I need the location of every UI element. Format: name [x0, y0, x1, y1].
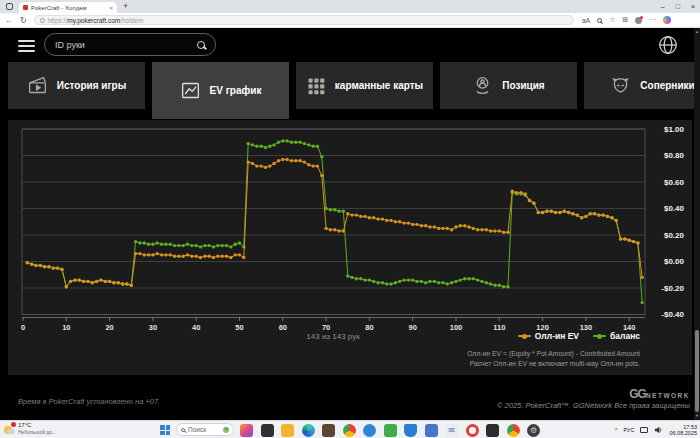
- workspaces-icon[interactable]: [6, 3, 13, 10]
- tab-label: карманные карты: [335, 80, 423, 91]
- svg-text:80: 80: [365, 323, 373, 332]
- edge-browser-icon[interactable]: [302, 424, 315, 437]
- ev-chart-panel: $1.00$0.80$0.60$0.40$0.20$0.00-$0.20-$0.…: [8, 120, 692, 375]
- url-text: https://my.pokercraft.com/holdem: [48, 17, 144, 24]
- opera-browser-icon[interactable]: [466, 424, 479, 437]
- defender-shield-icon[interactable]: [404, 424, 417, 437]
- screen: PokerCraft - Холдем × + – □ × ← ↻ https:…: [0, 0, 700, 438]
- search-placeholder: ID руки: [55, 40, 85, 50]
- tab-close-icon[interactable]: ×: [109, 5, 113, 11]
- browser-tab-title: PokerCraft - Холдем: [31, 5, 106, 11]
- refresh-icon[interactable]: ↻: [20, 16, 27, 25]
- collections-icon[interactable]: ⊞: [623, 16, 629, 24]
- more-menu-icon[interactable]: ⋯: [649, 16, 656, 24]
- browser-navbar: ← ↻ https://my.pokercraft.com/holdem aA …: [0, 13, 700, 28]
- ev-formula-note: Олл-ин EV = (Equity * Pot Amount) - Cont…: [467, 350, 640, 357]
- svg-text:$0.00: $0.00: [664, 257, 685, 266]
- taskbar-app-icon-5[interactable]: [425, 424, 438, 437]
- taskbar-search-placeholder: Поиск: [188, 426, 220, 433]
- network-monitor-icon[interactable]: [640, 427, 648, 433]
- taskbar-search-input[interactable]: Поиск: [176, 423, 234, 436]
- svg-text:$0.40: $0.40: [664, 204, 685, 213]
- mail-app-icon[interactable]: ✉: [445, 424, 458, 437]
- hand-id-search-input[interactable]: ID руки: [44, 33, 216, 56]
- tab-pocket-cards[interactable]: карманные карты: [296, 62, 433, 109]
- series-баланс: [26, 139, 644, 304]
- series-Олл-ин EV: [26, 158, 644, 289]
- file-explorer-icon[interactable]: [281, 424, 294, 437]
- chrome-secondary-icon[interactable]: [507, 424, 520, 437]
- opponents-mask-icon: [610, 75, 631, 96]
- tab-label: История игры: [57, 80, 126, 91]
- volume-icon[interactable]: [654, 426, 663, 434]
- ggnetwork-logo: GGNETWORK: [629, 384, 690, 402]
- svg-text:10: 10: [62, 323, 70, 332]
- system-tray: ^ РУС 17:53 06.08.2025: [615, 421, 697, 438]
- favorites-star-icon[interactable]: ☆: [609, 16, 615, 24]
- svg-text:70: 70: [322, 323, 330, 332]
- tab-label: EV график: [210, 85, 262, 96]
- profile-avatar[interactable]: [635, 17, 642, 24]
- svg-text:60: 60: [279, 323, 287, 332]
- copyright-text: © 2025. PokerCraft™. GGNetwork Все права…: [497, 401, 690, 410]
- taskbar-search-icon: [181, 428, 185, 432]
- notification-badge: [11, 422, 16, 427]
- browser-tabstrip: PokerCraft - Холдем × + – □ ×: [0, 0, 700, 13]
- tab-opponents[interactable]: Соперники: [584, 62, 700, 109]
- svg-text:110: 110: [493, 323, 505, 332]
- weather-condition: Небольшой до...: [18, 429, 56, 435]
- timezone-note: Время в PokerCraft установлено на +07.: [18, 397, 160, 406]
- legend-item-balance[interactable]: баланс: [593, 331, 640, 341]
- close-button[interactable]: ×: [691, 3, 695, 10]
- svg-text:0: 0: [21, 323, 25, 332]
- taskbar-app-icon-2[interactable]: [322, 424, 335, 437]
- ev-series-marker-icon: [518, 335, 531, 337]
- tab-ev-graph[interactable]: EV график: [152, 62, 289, 119]
- scrollbar-thumb[interactable]: [695, 330, 699, 412]
- tab-game-history[interactable]: История игры: [8, 62, 145, 109]
- minimize-button[interactable]: –: [661, 3, 665, 10]
- browser-tab[interactable]: PokerCraft - Холдем ×: [19, 2, 117, 13]
- scroll-up-icon[interactable]: ▲: [694, 29, 700, 34]
- zoom-icon[interactable]: [597, 18, 602, 23]
- svg-text:20: 20: [105, 323, 113, 332]
- language-globe-icon[interactable]: [657, 34, 679, 56]
- svg-text:40: 40: [192, 323, 200, 332]
- taskbar-app-icon-1[interactable]: [261, 424, 274, 437]
- site-info-icon[interactable]: [40, 18, 45, 23]
- window-controls: – □ ×: [661, 0, 695, 13]
- svg-text:90: 90: [409, 323, 417, 332]
- tray-date: 06.08.2025: [669, 430, 697, 437]
- address-bar[interactable]: https://my.pokercraft.com/holdem: [34, 15, 574, 25]
- language-indicator[interactable]: РУС: [623, 427, 634, 433]
- browser-toolbar-icons: aA ☆ ⊞ ⋯: [582, 16, 672, 24]
- taskbar-app-icon-4[interactable]: [384, 424, 397, 437]
- read-aloud-icon[interactable]: aA: [582, 17, 591, 24]
- search-icon[interactable]: [197, 41, 205, 49]
- windows-taskbar: 17°CНебольшой до... Поиск ✉⚙ ^ РУС 17:53…: [0, 420, 700, 438]
- gridlines: $1.00$0.80$0.60$0.40$0.20$0.00-$0.20-$0.…: [22, 125, 685, 319]
- windows-start-icon[interactable]: [160, 425, 170, 435]
- weather-widget[interactable]: 17°CНебольшой до...: [3, 422, 56, 435]
- clock[interactable]: 17:53 06.08.2025: [669, 424, 697, 437]
- copilot-icon[interactable]: [663, 16, 671, 24]
- widget-multicolor-icon[interactable]: [240, 424, 253, 437]
- weather-icon: [3, 423, 15, 435]
- taskbar-app-icon-6[interactable]: [486, 424, 499, 437]
- tab-position[interactable]: Позиция: [440, 62, 577, 109]
- svg-text:$0.20: $0.20: [664, 231, 685, 240]
- taskbar-app-icon-3[interactable]: [363, 424, 376, 437]
- chrome-browser-icon[interactable]: [343, 424, 356, 437]
- settings-gear-icon[interactable]: ⚙: [527, 424, 540, 437]
- maximize-button[interactable]: □: [676, 3, 680, 10]
- back-icon[interactable]: ←: [5, 16, 13, 25]
- new-tab-button[interactable]: +: [123, 1, 128, 11]
- ev-multiway-note: Расчет Олл-ин EV не включает multi-way О…: [470, 360, 640, 367]
- hamburger-menu-icon[interactable]: [18, 40, 35, 55]
- legend-item-ev[interactable]: Олл-ин EV: [518, 331, 579, 341]
- scroll-down-icon[interactable]: ▼: [694, 413, 700, 418]
- svg-text:$0.80: $0.80: [664, 151, 685, 160]
- page-scrollbar[interactable]: ▲ ▼: [694, 28, 700, 420]
- svg-text:-$0.40: -$0.40: [661, 310, 684, 319]
- tray-chevron-icon[interactable]: ^: [615, 427, 618, 433]
